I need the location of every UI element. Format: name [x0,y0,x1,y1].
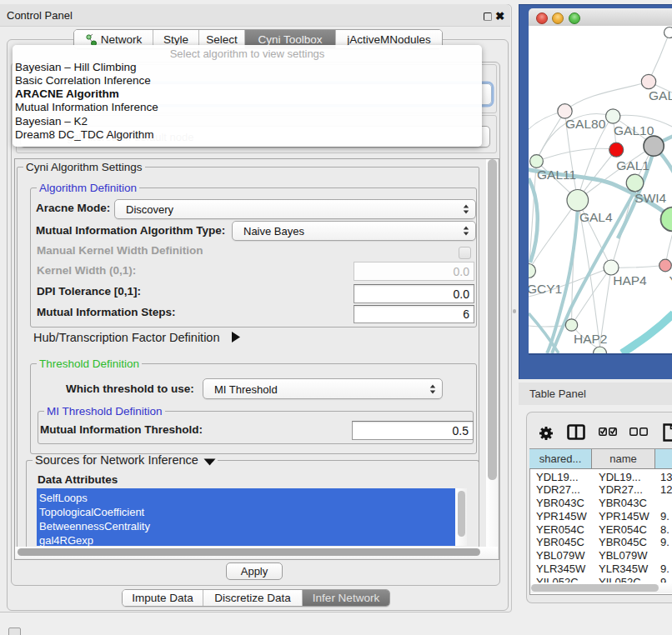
svg-text:Y: Y [669,273,672,288]
svg-text:GAL10: GAL10 [614,123,654,138]
svg-text:GAL11: GAL11 [537,168,576,182]
svg-text:GAL4: GAL4 [579,210,613,224]
svg-text:GAL80: GAL80 [565,117,606,131]
svg-text:GAL1: GAL1 [616,158,649,172]
svg-text:SWI4: SWI4 [634,191,666,205]
svg-text:GAL: GAL [649,88,672,102]
svg-text:HAP2: HAP2 [574,332,608,346]
svg-text:HAP4: HAP4 [613,273,647,288]
svg-text:GCY1: GCY1 [529,282,562,296]
